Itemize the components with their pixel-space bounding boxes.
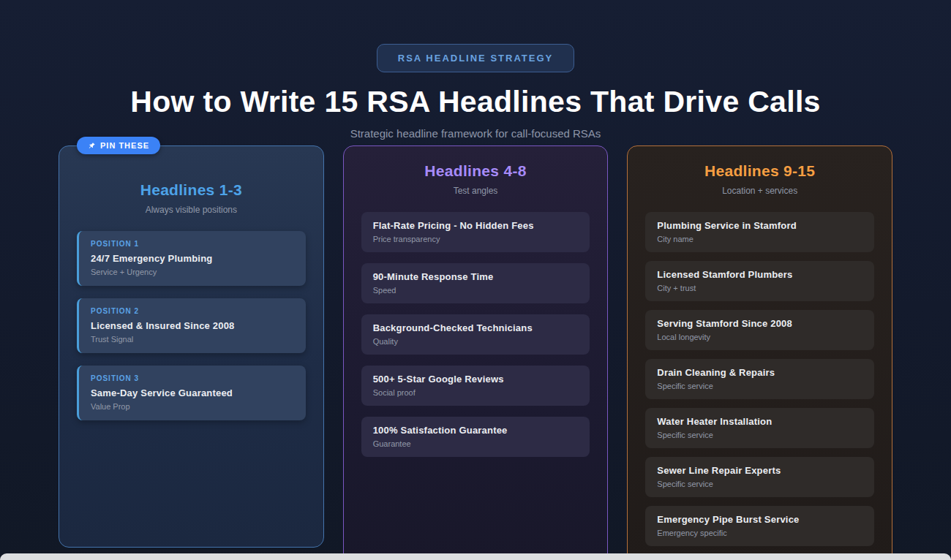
column-header: Headlines 9-15 Location + services (645, 162, 874, 196)
headline-card-position-1: POSITION 1 24/7 Emergency Plumbing Servi… (77, 231, 306, 286)
headline-card: Serving Stamford Since 2008 Local longev… (645, 310, 874, 350)
pin-badge-label: PIN THESE (100, 141, 149, 150)
column-headlines-4-8: Headlines 4-8 Test angles Flat-Rate Pric… (343, 145, 609, 560)
headline-card: Licensed Stamford Plumbers City + trust (645, 261, 874, 301)
page: RSA HEADLINE STRATEGY How to Write 15 RS… (0, 0, 951, 560)
column-title: Headlines 9-15 (645, 162, 874, 180)
headline-card: Background-Checked Technicians Quality (361, 314, 590, 355)
headline-card: 500+ 5-Star Google Reviews Social proof (361, 366, 590, 406)
position-label: POSITION 2 (91, 307, 294, 315)
column-title: Headlines 1-3 (77, 181, 306, 199)
column-header: Headlines 1-3 Always visible positions (77, 181, 306, 215)
headline-text: Serving Stamford Since 2008 (657, 318, 862, 329)
headline-text: 100% Satisfaction Guarantee (373, 425, 579, 436)
pin-these-badge: PIN THESE (77, 137, 160, 154)
strategy-badge: RSA HEADLINE STRATEGY (377, 44, 574, 72)
headline-note: Price transparency (373, 235, 579, 243)
headline-text: Emergency Pipe Burst Service (657, 514, 862, 525)
column-subtitle: Location + services (645, 186, 874, 196)
headline-note: Social proof (373, 388, 579, 397)
headline-card: 90-Minute Response Time Speed (361, 263, 590, 303)
headline-text: Water Heater Installation (657, 416, 862, 427)
headline-card: Drain Cleaning & Repairs Specific servic… (645, 359, 874, 399)
headline-note: Specific service (657, 382, 862, 390)
hero-section: RSA HEADLINE STRATEGY How to Write 15 RS… (0, 0, 951, 140)
column-headlines-1-3: PIN THESE Headlines 1-3 Always visible p… (59, 145, 324, 548)
headline-card: Water Heater Installation Specific servi… (645, 408, 874, 448)
headline-text: Drain Cleaning & Repairs (657, 367, 862, 378)
headline-note: City + trust (657, 284, 862, 292)
column-subtitle: Test angles (361, 186, 590, 196)
position-label: POSITION 3 (91, 374, 294, 382)
headline-text: Sewer Line Repair Experts (657, 465, 862, 476)
headline-text: 500+ 5-Star Google Reviews (373, 374, 579, 385)
headline-note: Guarantee (373, 439, 579, 448)
column-headlines-9-15: Headlines 9-15 Location + services Plumb… (627, 145, 892, 560)
columns-container: PIN THESE Headlines 1-3 Always visible p… (59, 145, 892, 560)
headline-card-position-2: POSITION 2 Licensed & Insured Since 2008… (77, 298, 306, 353)
headline-note: Speed (373, 286, 579, 295)
headline-text: Same-Day Service Guaranteed (91, 387, 294, 398)
headline-note: Specific service (657, 480, 862, 488)
headline-note: Specific service (657, 431, 862, 439)
next-section-edge (0, 553, 951, 560)
headline-text: Plumbing Service in Stamford (657, 220, 862, 231)
headline-note: Value Prop (91, 402, 294, 411)
headline-note: City name (657, 235, 862, 243)
headline-card: Emergency Pipe Burst Service Emergency s… (645, 506, 874, 546)
headline-text: Flat-Rate Pricing - No Hidden Fees (373, 220, 579, 231)
headline-text: Licensed Stamford Plumbers (657, 269, 862, 280)
headline-text: Licensed & Insured Since 2008 (91, 320, 294, 331)
headline-note: Local longevity (657, 333, 862, 341)
headline-note: Quality (373, 337, 579, 346)
headline-card: Plumbing Service in Stamford City name (645, 212, 874, 252)
column-title: Headlines 4-8 (361, 162, 590, 180)
page-title: How to Write 15 RSA Headlines That Drive… (0, 86, 951, 118)
column-header: Headlines 4-8 Test angles (361, 162, 590, 196)
headline-note: Emergency specific (657, 529, 862, 537)
headline-card: 100% Satisfaction Guarantee Guarantee (361, 417, 590, 457)
column-subtitle: Always visible positions (77, 205, 306, 215)
headline-card: Flat-Rate Pricing - No Hidden Fees Price… (361, 212, 590, 252)
headline-card-position-3: POSITION 3 Same-Day Service Guaranteed V… (77, 366, 306, 420)
headline-text: Background-Checked Technicians (373, 322, 579, 333)
pin-icon (88, 142, 96, 150)
position-label: POSITION 1 (91, 240, 294, 248)
headline-note: Trust Signal (91, 335, 294, 344)
headline-text: 90-Minute Response Time (373, 271, 579, 282)
headline-card: Sewer Line Repair Experts Specific servi… (645, 457, 874, 497)
headline-note: Service + Urgency (91, 268, 294, 276)
headline-text: 24/7 Emergency Plumbing (91, 253, 294, 264)
